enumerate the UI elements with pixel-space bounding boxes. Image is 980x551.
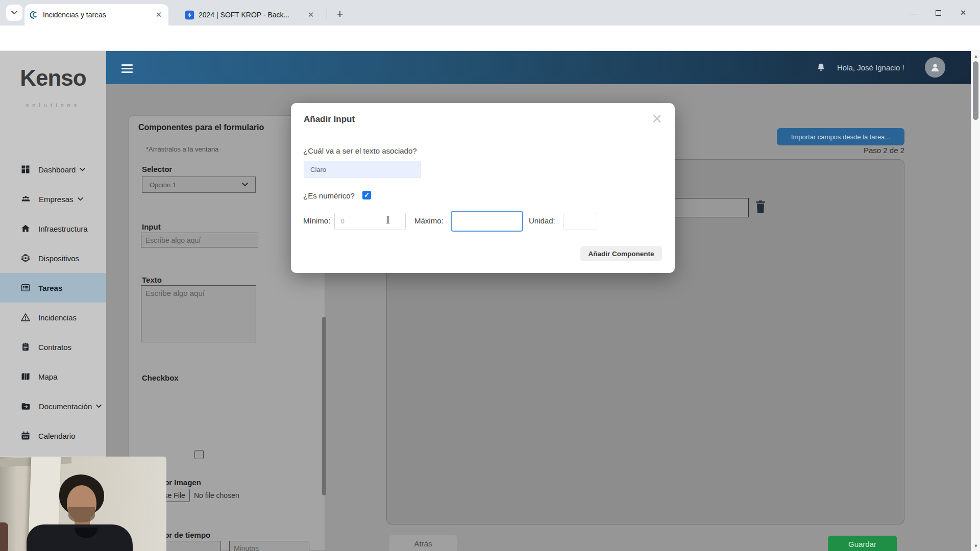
import-fields-button[interactable]: Importar campos desde la tarea...	[777, 128, 904, 145]
hamburger-icon	[121, 64, 133, 66]
window-minimize-button[interactable]: —	[906, 6, 921, 19]
sidebar-item-label: Empresas	[39, 195, 74, 204]
bell-icon	[816, 62, 826, 73]
scroll-up-icon[interactable]: ▲	[971, 52, 980, 60]
numeric-checkbox[interactable]: ✓	[362, 191, 371, 199]
sidebar-item-label: Calendario	[38, 432, 76, 440]
tab-strip: Incidencias y tareas ✕ 2024 | SOFT KROP …	[0, 0, 980, 26]
chevron-down-icon	[96, 405, 102, 408]
back-step-button[interactable]: Atrás	[389, 535, 457, 551]
sidebar-item-dashboard[interactable]: Dashboard	[0, 155, 106, 184]
sidebar-item-incidencias[interactable]: Incidencias	[0, 303, 106, 332]
tab-title: Incidencias y tareas	[43, 11, 154, 19]
add-component-button[interactable]: Añadir Componente	[580, 246, 662, 261]
folder-arrow-icon	[20, 401, 31, 411]
modal-divider	[303, 137, 663, 137]
page-scrollbar[interactable]: ▲ ▼	[971, 51, 980, 551]
panel-scrollbar-thumb[interactable]	[322, 317, 326, 495]
delete-field-button[interactable]	[754, 199, 767, 214]
hamburger-menu-button[interactable]	[121, 62, 133, 75]
screen: Incidencias y tareas ✕ 2024 | SOFT KROP …	[0, 0, 980, 551]
sidebar-item-documentacion[interactable]: Documentación	[0, 391, 106, 421]
sidebar-item-label: Contratos	[38, 343, 71, 352]
unit-field[interactable]	[564, 213, 597, 230]
restore-icon	[936, 10, 941, 16]
time-unit-field[interactable]	[229, 541, 309, 551]
associated-text-question: ¿Cuál va a ser el texto asociado?	[303, 146, 417, 155]
chevron-down-icon	[11, 11, 17, 15]
input-label: Input	[142, 222, 161, 231]
map-icon	[20, 371, 31, 382]
person-icon	[929, 61, 941, 73]
notifications-button[interactable]	[816, 62, 826, 73]
sidebar-item-mapa[interactable]: Mapa	[0, 362, 106, 391]
sidebar-item-calendario[interactable]: Calendario	[0, 421, 106, 450]
selector-label: Selector	[142, 165, 172, 173]
window-restore-button[interactable]	[930, 6, 946, 19]
kenso-logo-subtitle: solutions	[0, 102, 106, 108]
max-label: Máximo:	[414, 216, 444, 225]
sidebar-item-label: Documentación	[39, 402, 92, 411]
step-indicator: Paso 2 de 2	[802, 146, 904, 155]
add-input-modal: Añadir Input ✕ ¿Cuál va a ser el texto a…	[291, 103, 675, 273]
min-label: Mínimo:	[303, 216, 330, 225]
max-field[interactable]	[451, 211, 523, 232]
sidebar-item-infraestructura[interactable]: Infraestructura	[0, 214, 106, 243]
window-close-button[interactable]: ✕	[955, 6, 971, 19]
save-button[interactable]: Guardar	[828, 536, 897, 551]
modal-title: Añadir Input	[304, 114, 355, 124]
chevron-down-icon	[80, 168, 85, 171]
tab-search-button[interactable]	[6, 5, 22, 21]
dashboard-icon	[20, 164, 31, 174]
input-component-field[interactable]	[141, 233, 258, 247]
chevron-down-icon	[78, 197, 83, 201]
checkbox-component[interactable]	[194, 450, 204, 459]
tab-close-icon[interactable]: ✕	[306, 10, 315, 19]
sidebar-item-empresas[interactable]: Empresas	[0, 184, 106, 214]
webcam-overlay	[0, 457, 166, 551]
selector-value: Opción 1	[150, 181, 242, 189]
tab-title: 2024 | SOFT KROP - Back...	[199, 11, 306, 19]
new-tab-button[interactable]: +	[332, 6, 348, 22]
sidebar-item-label: Tareas	[38, 284, 62, 292]
kenso-logo: Kenso	[0, 65, 106, 91]
warning-triangle-icon	[20, 312, 31, 322]
selector-dropdown[interactable]: Opción 1	[142, 177, 256, 193]
panel-title: Componentes para el formulario	[138, 123, 264, 132]
softkrop-favicon-icon	[185, 10, 194, 20]
scrollbar-thumb[interactable]	[973, 61, 978, 120]
checkbox-label: Checkbox	[142, 373, 179, 382]
sidebar-item-label: Incidencias	[38, 313, 77, 322]
scroll-down-icon[interactable]: ▼	[971, 542, 980, 550]
chevron-down-icon	[242, 183, 248, 187]
sidebar-item-label: Infraestructura	[38, 224, 88, 233]
person-beard	[68, 507, 95, 522]
numeric-question-label: ¿Es numérico?	[303, 191, 355, 200]
tab-close-icon[interactable]: ✕	[154, 10, 163, 19]
sidebar-item-dispositivos[interactable]: Dispositivos	[0, 243, 106, 273]
sidebar-item-tareas[interactable]: Tareas	[0, 273, 106, 303]
chip-icon	[20, 253, 31, 263]
clipboard-icon	[20, 342, 31, 352]
form-field-input[interactable]	[664, 198, 749, 217]
text-cursor: I	[386, 214, 390, 226]
modal-close-icon[interactable]: ✕	[651, 111, 663, 127]
tab-incidencias[interactable]: Incidencias y tareas ✕	[24, 4, 168, 26]
task-list-icon	[20, 283, 31, 293]
texto-label: Texto	[142, 276, 162, 284]
user-avatar[interactable]	[925, 57, 945, 78]
people-icon	[20, 194, 31, 204]
texto-component-field[interactable]	[141, 285, 256, 342]
web-page: Kenso solutions Dashboard Empresas Infra…	[0, 51, 980, 551]
associated-text-field[interactable]	[304, 161, 421, 178]
tab-soft-krop[interactable]: 2024 | SOFT KROP - Back... ✕	[180, 4, 321, 26]
unit-label: Unidad:	[529, 216, 555, 225]
user-greeting: Hola, José Ignacio !	[837, 63, 904, 72]
min-field[interactable]	[334, 213, 406, 230]
sidebar-item-label: Mapa	[38, 372, 58, 381]
sidebar-item-label: Dashboard	[38, 165, 76, 174]
sidebar-item-contratos[interactable]: Contratos	[0, 332, 106, 362]
sidebar-item-label: Dispositivos	[38, 254, 79, 263]
sidebar-menu: Dashboard Empresas Infraestructura Dispo…	[0, 155, 106, 450]
app-topbar: Hola, José Ignacio !	[106, 51, 980, 84]
